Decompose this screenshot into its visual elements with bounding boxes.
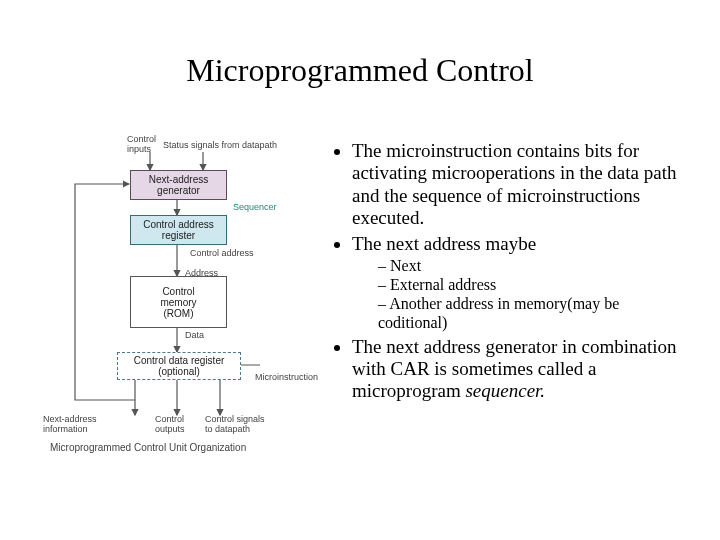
label-control-outputs: Control outputs (155, 414, 185, 434)
bullet-1: The microinstruction contains bits for a… (352, 140, 680, 230)
content: Control inputs Status signals from datap… (0, 140, 720, 520)
box-next-address-generator: Next-address generator (130, 170, 227, 200)
sub-bullet-1: Next (378, 257, 680, 276)
slide: Microprogrammed Control (0, 0, 720, 540)
bullet-3-em: sequencer. (465, 380, 545, 401)
sub-bullet-3: Another address in memory(may be coditio… (378, 295, 680, 333)
bullet-list: The microinstruction contains bits for a… (330, 140, 680, 403)
diagram-caption: Microprogrammed Control Unit Organizatio… (50, 442, 246, 453)
label-sequencer: Sequencer (233, 202, 277, 212)
label-microinstruction: Microinstruction (255, 372, 318, 382)
sub-bullet-list: Next External address Another address in… (352, 257, 680, 333)
box-control-memory-rom: Control memory (ROM) (130, 276, 227, 328)
sub-bullet-2: External address (378, 276, 680, 295)
bullet-3: The next address generator in combinatio… (352, 336, 680, 403)
label-status-signals: Status signals from datapath (163, 140, 277, 150)
label-control-address: Control address (190, 248, 254, 258)
label-control-inputs: Control inputs (127, 134, 156, 154)
slide-title: Microprogrammed Control (0, 52, 720, 89)
box-control-data-register: Control data register (optional) (117, 352, 241, 380)
bullet-2-text: The next address maybe (352, 233, 536, 254)
label-next-address-info: Next-address information (43, 414, 97, 434)
box-control-address-register: Control address register (130, 215, 227, 245)
text-column: The microinstruction contains bits for a… (330, 140, 680, 406)
label-control-signals: Control signals to datapath (205, 414, 265, 434)
bullet-2: The next address maybe Next External add… (352, 233, 680, 333)
label-data: Data (185, 330, 204, 340)
